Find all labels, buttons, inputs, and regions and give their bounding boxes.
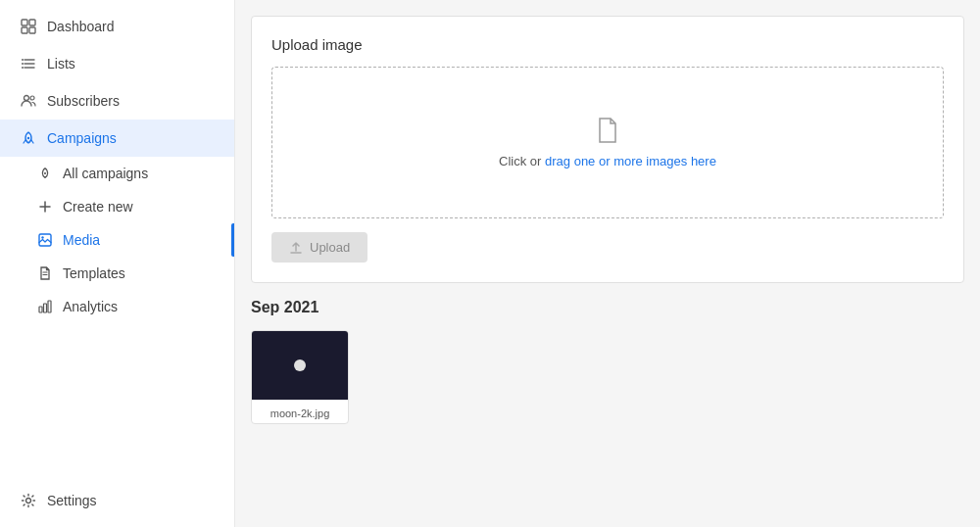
- svg-point-9: [22, 67, 24, 69]
- month-label: Sep 2021: [251, 299, 964, 316]
- svg-point-10: [24, 96, 29, 101]
- image-icon: [37, 232, 53, 248]
- svg-rect-3: [29, 27, 35, 33]
- grid-icon: [20, 18, 37, 35]
- svg-point-8: [22, 63, 24, 65]
- svg-rect-1: [29, 20, 35, 25]
- media-section: Sep 2021 moon-2k.jpg: [251, 299, 964, 424]
- rocket-icon: [20, 129, 37, 147]
- sidebar-subitem-analytics[interactable]: Analytics: [0, 290, 234, 323]
- file-upload-icon: [596, 117, 619, 144]
- svg-point-23: [26, 499, 31, 503]
- svg-point-13: [44, 172, 46, 174]
- sidebar-item-subscribers-label: Subscribers: [47, 93, 120, 109]
- plus-icon: [37, 199, 53, 215]
- sidebar-item-campaigns[interactable]: Campaigns: [0, 120, 234, 157]
- upload-dropzone[interactable]: Click or drag one or more images here: [271, 67, 944, 218]
- moon-graphic: [294, 359, 306, 371]
- sidebar-item-settings[interactable]: Settings: [0, 482, 234, 519]
- sidebar-subitem-analytics-label: Analytics: [63, 299, 118, 314]
- users-icon: [20, 92, 37, 110]
- upload-card: Upload image Click or drag one or more i…: [251, 16, 964, 283]
- rocket-small-icon: [37, 166, 53, 181]
- media-grid: moon-2k.jpg: [251, 330, 964, 424]
- svg-rect-0: [22, 20, 27, 25]
- sidebar-item-campaigns-label: Campaigns: [47, 130, 117, 146]
- media-filename: moon-2k.jpg: [265, 404, 336, 423]
- upload-title: Upload image: [271, 36, 944, 53]
- upload-btn-icon: [289, 241, 303, 255]
- sidebar-subitem-templates[interactable]: Templates: [0, 257, 234, 290]
- upload-button[interactable]: Upload: [271, 232, 368, 263]
- svg-point-7: [22, 59, 24, 61]
- sidebar-item-lists[interactable]: Lists: [0, 45, 234, 82]
- sidebar-subitem-all-campaigns[interactable]: All campaigns: [0, 157, 234, 190]
- media-item[interactable]: moon-2k.jpg: [251, 330, 349, 424]
- svg-rect-16: [39, 234, 51, 246]
- bar-chart-icon: [37, 299, 53, 314]
- sidebar-subitem-templates-label: Templates: [63, 265, 125, 281]
- media-thumbnail: [251, 331, 349, 400]
- sidebar-item-subscribers[interactable]: Subscribers: [0, 82, 234, 120]
- gear-icon: [20, 492, 37, 509]
- sidebar-subitem-create-new[interactable]: Create new: [0, 190, 234, 223]
- svg-rect-2: [22, 27, 27, 33]
- svg-point-11: [30, 96, 34, 100]
- list-icon: [20, 55, 37, 72]
- sidebar-item-dashboard-label: Dashboard: [47, 19, 115, 34]
- sidebar-item-settings-label: Settings: [47, 493, 97, 508]
- upload-dropzone-text: Click or drag one or more images here: [499, 154, 716, 168]
- upload-button-label: Upload: [310, 240, 350, 255]
- sidebar-subitem-create-new-label: Create new: [63, 199, 133, 215]
- file-icon: [37, 265, 53, 281]
- svg-rect-20: [39, 307, 42, 312]
- sidebar-subitem-media-label: Media: [63, 232, 100, 248]
- svg-rect-22: [48, 301, 51, 312]
- sidebar-item-dashboard[interactable]: Dashboard: [0, 8, 234, 45]
- sidebar-subitem-all-campaigns-label: All campaigns: [63, 166, 148, 181]
- sidebar-item-lists-label: Lists: [47, 56, 75, 72]
- svg-rect-21: [44, 304, 47, 312]
- sidebar: Dashboard Lists Subscribers: [0, 0, 235, 527]
- main-content: Upload image Click or drag one or more i…: [235, 0, 980, 527]
- sidebar-subitem-media[interactable]: Media: [0, 223, 234, 257]
- svg-point-17: [41, 236, 43, 238]
- svg-point-12: [27, 137, 29, 139]
